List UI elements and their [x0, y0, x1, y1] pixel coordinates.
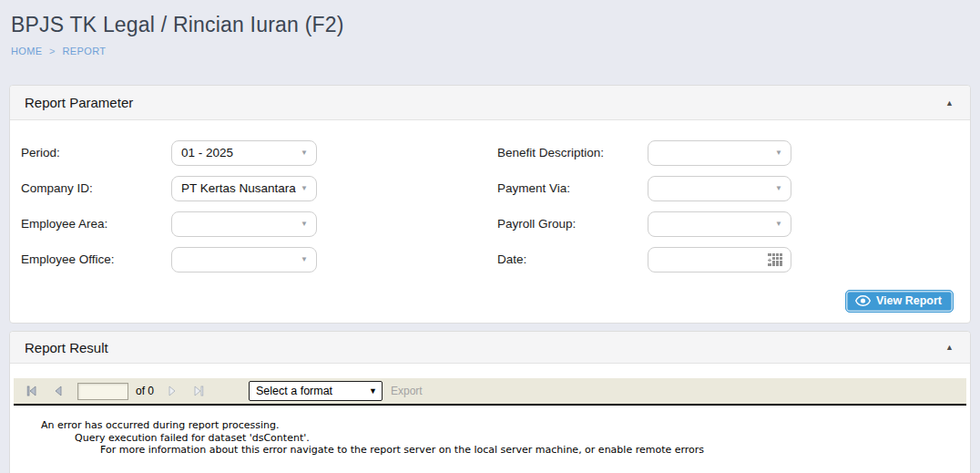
period-label: Period: — [21, 146, 171, 159]
date-label: Date: — [497, 252, 648, 266]
report-parameter-header[interactable]: Report Parameter ▲ — [10, 86, 970, 120]
employee-area-dropdown[interactable]: ▼ — [171, 211, 317, 237]
chevron-down-icon: ▼ — [301, 221, 308, 228]
breadcrumb-report[interactable]: REPORT — [62, 46, 106, 57]
benefit-description-label: Benefit Description: — [497, 146, 648, 159]
chevron-down-icon: ▼ — [775, 185, 782, 192]
chevron-down-icon: ▼ — [369, 387, 377, 396]
date-picker[interactable] — [648, 247, 791, 272]
chevron-down-icon: ▼ — [301, 149, 308, 157]
report-result-header[interactable]: Report Result ▲ — [10, 332, 970, 364]
error-line-2: Query execution failed for dataset 'dsCo… — [75, 432, 957, 445]
employee-office-dropdown[interactable]: ▼ — [171, 247, 317, 272]
next-page-button[interactable] — [165, 384, 179, 398]
format-select-value: Select a format — [256, 385, 332, 397]
first-page-icon — [25, 384, 39, 398]
export-link[interactable]: Export — [391, 385, 423, 397]
view-report-button[interactable]: View Report — [845, 290, 954, 313]
collapse-up-icon[interactable]: ▲ — [945, 98, 954, 108]
actions-row: View Report — [21, 290, 959, 313]
last-page-button[interactable] — [191, 384, 206, 398]
error-message: An error has occurred during report proc… — [14, 406, 966, 457]
report-parameter-body: Period: 01 - 2025 ▼ Company ID: PT Kerta… — [10, 120, 970, 323]
period-row: Period: 01 - 2025 ▼ — [21, 135, 497, 170]
period-value: 01 - 2025 — [181, 146, 233, 159]
payroll-group-dropdown[interactable]: ▼ — [648, 211, 791, 237]
employee-area-row: Employee Area: ▼ — [21, 206, 497, 242]
payment-via-row: Payment Via: ▼ — [497, 170, 959, 206]
breadcrumb-separator: > — [49, 46, 56, 57]
breadcrumb-home[interactable]: HOME — [11, 46, 43, 57]
employee-office-label: Employee Office: — [21, 252, 171, 266]
period-dropdown[interactable]: 01 - 2025 ▼ — [171, 140, 317, 166]
calendar-icon — [768, 253, 782, 266]
company-id-value: PT Kertas Nusantara — [181, 181, 296, 195]
employee-area-label: Employee Area: — [21, 217, 171, 231]
chevron-down-icon: ▼ — [301, 256, 308, 263]
report-parameter-panel: Report Parameter ▲ Period: 01 - 2025 ▼ C… — [9, 85, 971, 324]
view-report-label: View Report — [876, 294, 942, 307]
previous-page-icon — [51, 384, 66, 398]
benefit-description-dropdown[interactable]: ▼ — [648, 140, 791, 166]
report-viewer: of 0 Select a format ▼ Export An error h… — [10, 364, 970, 457]
report-toolbar: of 0 Select a format ▼ Export — [14, 378, 966, 406]
chevron-down-icon: ▼ — [775, 221, 782, 228]
report-result-title: Report Result — [25, 340, 108, 355]
page-count-label: of 0 — [136, 385, 154, 397]
next-page-icon — [165, 384, 179, 398]
report-result-panel: Report Result ▲ of 0 — [9, 331, 971, 473]
page-header: BPJS TK Legal / Rincian Iuran (F2) HOME … — [0, 0, 980, 57]
collapse-up-icon[interactable]: ▲ — [945, 343, 954, 352]
last-page-icon — [191, 384, 206, 398]
employee-office-row: Employee Office: ▼ — [21, 242, 497, 277]
payroll-group-label: Payroll Group: — [497, 217, 648, 231]
previous-page-button[interactable] — [51, 384, 66, 398]
chevron-down-icon: ▼ — [301, 185, 308, 192]
company-id-row: Company ID: PT Kertas Nusantara ▼ — [21, 170, 497, 206]
payroll-group-row: Payroll Group: ▼ — [497, 206, 959, 242]
chevron-down-icon: ▼ — [775, 149, 782, 157]
payment-via-dropdown[interactable]: ▼ — [648, 176, 791, 201]
date-row: Date: — [497, 242, 959, 277]
eye-icon — [855, 295, 871, 306]
benefit-description-row: Benefit Description: ▼ — [497, 135, 959, 170]
first-page-button[interactable] — [25, 384, 39, 398]
report-parameter-title: Report Parameter — [25, 95, 133, 110]
company-id-label: Company ID: — [21, 181, 171, 195]
breadcrumb: HOME > REPORT — [11, 46, 969, 57]
page-title: BPJS TK Legal / Rincian Iuran (F2) — [11, 13, 969, 37]
page-number-input[interactable] — [77, 383, 128, 400]
payment-via-label: Payment Via: — [497, 181, 648, 195]
error-line-1: An error has occurred during report proc… — [41, 419, 957, 432]
error-line-3: For more information about this error na… — [100, 444, 957, 457]
company-id-dropdown[interactable]: PT Kertas Nusantara ▼ — [171, 176, 317, 201]
format-select[interactable]: Select a format ▼ — [249, 381, 383, 401]
